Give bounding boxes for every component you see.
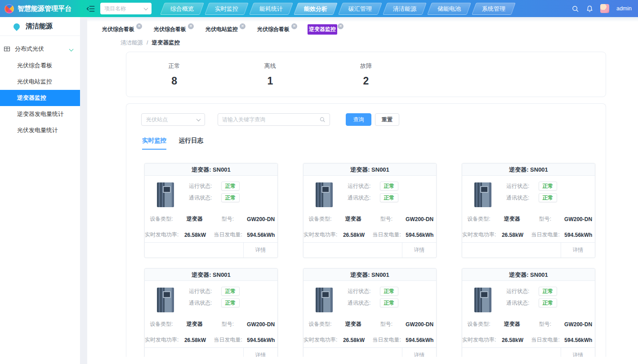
inverter-card: 逆变器: SN001 运行状态: 正常 通讯状态: 正常 设备类型: 逆变器 xyxy=(462,268,595,357)
inverter-card-body: 运行状态: 正常 通讯状态: 正常 设备类型: 逆变器 型号: GW200-DN… xyxy=(145,176,277,242)
main-nav-tab-label: 实时监控 xyxy=(215,3,238,14)
open-tab-label: 光伏综合看板 xyxy=(256,24,291,35)
model-value: GW200-DN xyxy=(244,216,277,222)
inverter-card-title: 逆变器: SN001 xyxy=(145,164,277,176)
run-status-label: 运行状态: xyxy=(348,182,375,190)
filter-row: 光伏站点 查询 重置 xyxy=(126,113,606,126)
open-tab[interactable]: 光伏综合看板 ✕ xyxy=(101,24,142,35)
detail-button[interactable]: 详情 xyxy=(561,348,595,357)
main-nav-tab[interactable]: 实时监控 xyxy=(205,3,249,15)
main-nav-tab[interactable]: 系统管理 xyxy=(472,3,516,15)
device-type-value: 逆变器 xyxy=(495,320,529,328)
sidebar-group-distributed-pv[interactable]: 分布式光伏 xyxy=(0,40,80,58)
detail-button[interactable]: 详情 xyxy=(402,348,436,357)
content-tab[interactable]: 实时监控 xyxy=(142,137,166,150)
main-nav-tab[interactable]: 综合概览 xyxy=(160,3,204,15)
inverter-card: 逆变器: SN001 运行状态: 正常 通讯状态: 正常 设备类型: 逆变器 xyxy=(303,163,437,258)
close-icon[interactable]: ✕ xyxy=(240,23,245,29)
collapse-sidebar-icon[interactable] xyxy=(86,5,95,12)
energy-label: 当日发电量: xyxy=(529,336,562,344)
main-nav-tab-label: 清洁能源 xyxy=(393,3,416,14)
close-icon[interactable]: ✕ xyxy=(338,23,344,29)
close-icon[interactable]: ✕ xyxy=(136,23,142,29)
open-tab[interactable]: 光伏电站监控 ✕ xyxy=(204,24,245,35)
search-button[interactable]: 查询 xyxy=(346,113,371,126)
run-status-label: 运行状态: xyxy=(506,182,533,190)
inverter-card-title: 逆变器: SN001 xyxy=(462,164,595,176)
device-type-value: 逆变器 xyxy=(337,320,370,328)
detail-button[interactable]: 详情 xyxy=(561,243,595,257)
energy-value: 594.56kWh xyxy=(403,337,436,343)
open-tab[interactable]: 逆变器监控 ✕ xyxy=(308,24,344,35)
model-value: GW200-DN xyxy=(244,321,277,328)
detail-button[interactable]: 详情 xyxy=(243,348,277,357)
project-select[interactable]: 项目名称 xyxy=(100,3,152,14)
energy-value: 594.56kWh xyxy=(562,232,595,238)
main-nav-tab[interactable]: 清洁能源 xyxy=(383,3,427,15)
model-label: 型号: xyxy=(370,320,403,328)
close-icon[interactable]: ✕ xyxy=(291,23,297,29)
sidebar-module-header: 清洁能源 xyxy=(0,17,80,36)
inverter-card-footer: 详情 xyxy=(145,347,277,357)
chevron-down-icon xyxy=(196,117,201,121)
open-tabs-bar: 光伏综合看板 ✕ 光伏综合看板 ✕ 光伏电站监控 ✕ 光伏综合看板 ✕ 逆变器监… xyxy=(87,22,638,37)
station-select[interactable]: 光伏站点 xyxy=(141,113,205,126)
inverter-card-body: 运行状态: 正常 通讯状态: 正常 设备类型: 逆变器 型号: GW200-DN… xyxy=(303,176,436,242)
header-shadow-band xyxy=(87,17,638,22)
power-value: 26.58kW xyxy=(178,337,211,343)
energy-label: 当日发电量: xyxy=(370,231,403,239)
content-tab[interactable]: 运行日志 xyxy=(179,137,203,150)
inverter-card-body: 运行状态: 正常 通讯状态: 正常 设备类型: 逆变器 型号: GW200-DN… xyxy=(145,281,277,347)
model-label: 型号: xyxy=(211,215,245,223)
main-nav-tab[interactable]: 能效分析 xyxy=(294,3,338,15)
detail-button[interactable]: 详情 xyxy=(243,243,277,257)
inverter-card-title: 逆变器: SN001 xyxy=(303,269,436,281)
energy-label: 当日发电量: xyxy=(370,336,403,344)
model-label: 型号: xyxy=(529,320,562,328)
power-label: 实时发电功率: xyxy=(303,231,337,239)
detail-button[interactable]: 详情 xyxy=(402,243,436,257)
main-nav-tab[interactable]: 碳汇管理 xyxy=(338,3,382,15)
inverter-card-body: 运行状态: 正常 通讯状态: 正常 设备类型: 逆变器 型号: GW200-DN… xyxy=(462,281,595,347)
header-main: 项目名称 综合概览 实时监控 能耗统计 能效分析 碳汇管理 清洁能源 储能电池 … xyxy=(80,0,638,17)
sidebar-menu-item[interactable]: 光伏综合看板 xyxy=(0,58,80,74)
comm-status-label: 通讯状态: xyxy=(506,194,533,202)
open-tab[interactable]: 光伏综合看板 ✕ xyxy=(152,24,194,35)
power-label: 实时发电功率: xyxy=(462,336,496,344)
sidebar-scrollbar-gutter[interactable] xyxy=(80,17,87,364)
inverter-card-footer: 详情 xyxy=(303,242,436,257)
power-value: 26.58kW xyxy=(178,232,211,238)
run-status-badge: 正常 xyxy=(221,287,240,296)
run-status-badge: 正常 xyxy=(539,182,557,191)
device-type-label: 设备类型: xyxy=(462,320,495,328)
sidebar-menu-item[interactable]: 逆变器发电量统计 xyxy=(0,106,80,122)
bell-icon[interactable] xyxy=(586,5,593,13)
sidebar-menu-item[interactable]: 逆变器监控 xyxy=(0,90,80,106)
device-type-label: 设备类型: xyxy=(462,215,495,223)
run-status-badge: 正常 xyxy=(380,287,398,296)
location-pin-icon xyxy=(12,22,21,31)
keyword-input[interactable] xyxy=(222,116,319,123)
inverter-card: 逆变器: SN001 运行状态: 正常 通讯状态: 正常 设备类型: 逆变器 xyxy=(144,163,278,258)
main-nav-tab[interactable]: 储能电池 xyxy=(427,3,471,15)
run-status-label: 运行状态: xyxy=(189,182,216,190)
inverter-monitor-panel: 光伏站点 查询 重置 实时监控 运行 xyxy=(126,103,606,357)
device-type-label: 设备类型: xyxy=(145,215,178,223)
device-type-label: 设备类型: xyxy=(145,320,178,328)
main-nav: 综合概览 实时监控 能耗统计 能效分析 碳汇管理 清洁能源 储能电池 系统管理 xyxy=(162,3,518,15)
sidebar-menu-item[interactable]: 光伏电站监控 xyxy=(0,74,80,90)
inverter-card-title: 逆变器: SN001 xyxy=(303,164,436,176)
reset-button[interactable]: 重置 xyxy=(375,113,399,126)
model-value: GW200-DN xyxy=(562,321,595,328)
avatar[interactable] xyxy=(600,4,609,13)
search-icon[interactable] xyxy=(571,5,579,13)
main-nav-tab[interactable]: 能耗统计 xyxy=(249,3,293,15)
sidebar: 清洁能源 分布式光伏 光伏综合看板 光伏电站监控 逆变器监控 逆变器发电量统计 … xyxy=(0,17,80,364)
sidebar-menu-item[interactable]: 光伏发电量统计 xyxy=(0,122,80,138)
breadcrumb-parent[interactable]: 清洁能源 xyxy=(120,39,143,47)
close-icon[interactable]: ✕ xyxy=(188,23,194,29)
comm-status-label: 通讯状态: xyxy=(189,194,216,202)
open-tab[interactable]: 光伏综合看板 ✕ xyxy=(256,24,297,35)
device-type-value: 逆变器 xyxy=(337,215,370,223)
inverter-card-footer: 详情 xyxy=(462,347,595,357)
